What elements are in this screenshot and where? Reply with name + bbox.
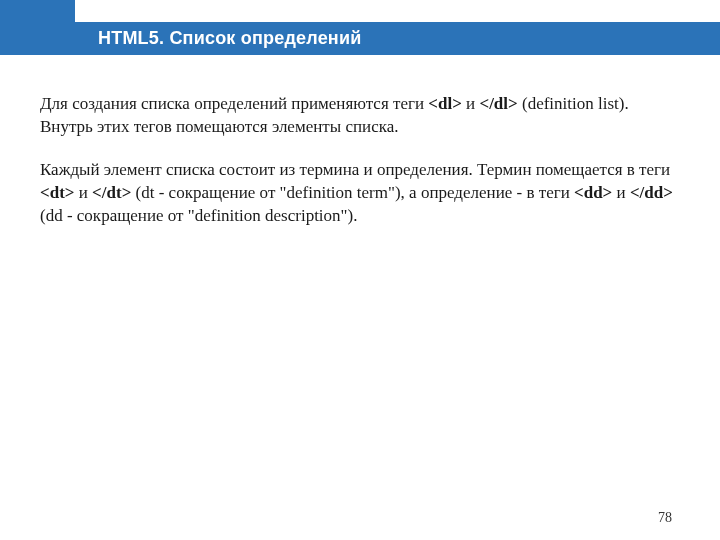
page-number: 78 [658,510,672,526]
title-bar: HTML5. Список определений [0,22,720,55]
code-tag-dt-open: <dt> [40,183,75,202]
paragraph-1: Для создания списка определений применяю… [40,93,680,139]
text-segment: и [462,94,480,113]
slide-title: HTML5. Список определений [98,28,361,49]
text-segment: и [75,183,93,202]
slide-body: Для создания списка определений применяю… [0,55,720,228]
text-segment: Для создания списка определений применяю… [40,94,428,113]
paragraph-2: Каждый элемент списка состоит из термина… [40,159,680,228]
text-segment: и [612,183,630,202]
slide-header: HTML5. Список определений [0,0,720,55]
code-tag-dd-close: </dd> [630,183,673,202]
text-segment: Каждый элемент списка состоит из термина… [40,160,670,179]
code-tag-dd-open: <dd> [574,183,612,202]
code-tag-dt-close: </dt> [92,183,131,202]
text-segment: (dt - сокращение от "definition term"), … [131,183,574,202]
code-tag-dl-close: </dl> [479,94,517,113]
code-tag-dl-open: <dl> [428,94,462,113]
text-segment: (dd - сокращение от "definition descript… [40,206,357,225]
